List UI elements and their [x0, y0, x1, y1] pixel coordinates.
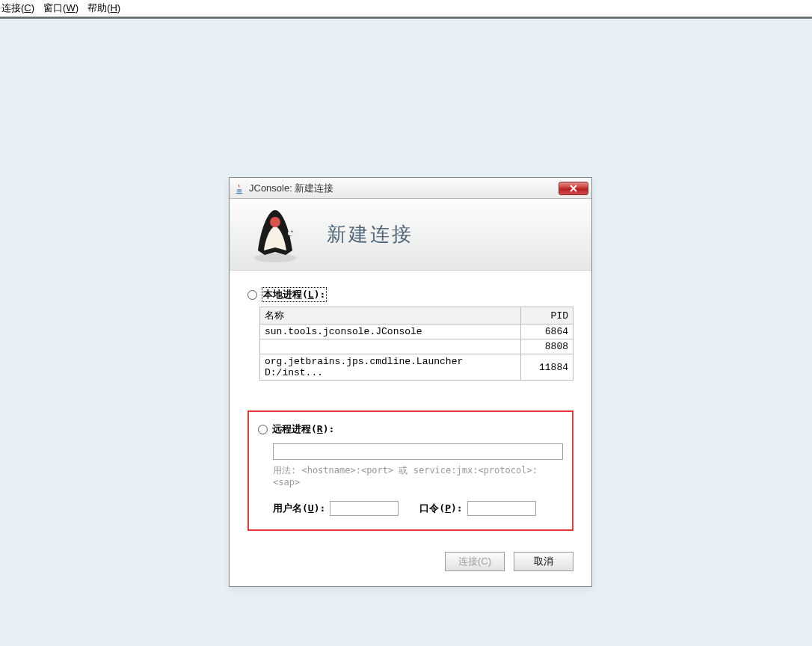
- cancel-button[interactable]: 取消: [514, 552, 573, 571]
- menu-help-label: 帮助: [87, 2, 107, 13]
- process-pid: 8808: [521, 339, 573, 354]
- process-name: [260, 339, 521, 354]
- remote-process-section: 远程进程(R): 用法: <hostname>:<port> 或 service…: [247, 410, 573, 531]
- close-icon: [569, 185, 578, 192]
- process-name: org.jetbrains.jps.cmdline.Launcher D:/in…: [260, 354, 521, 381]
- local-process-radio-row[interactable]: 本地进程(L):: [247, 287, 573, 302]
- remote-process-label: 远程进程(R):: [272, 422, 334, 436]
- menu-connect-mnemonic: C: [24, 2, 31, 13]
- menu-window[interactable]: 窗口(W): [43, 1, 79, 15]
- local-process-label: 本地进程(L):: [263, 289, 325, 300]
- menu-window-mnemonic: W: [66, 2, 75, 13]
- process-pid: 11884: [521, 354, 573, 381]
- svg-point-2: [288, 230, 294, 235]
- duke-icon: [246, 206, 304, 264]
- titlebar[interactable]: JConsole: 新建连接: [230, 178, 591, 199]
- workspace: JConsole: 新建连接 新建连接: [0, 17, 812, 646]
- remote-process-radio-row[interactable]: 远程进程(R):: [258, 422, 563, 436]
- close-button[interactable]: [559, 182, 588, 195]
- dialog-title: JConsole: 新建连接: [249, 182, 559, 195]
- menubar: 连接(C) 窗口(W) 帮助(H): [0, 0, 812, 17]
- username-label: 用户名(U):: [273, 502, 325, 515]
- menu-connect-label: 连接: [1, 2, 21, 13]
- menu-window-label: 窗口: [43, 2, 63, 13]
- java-icon: [234, 182, 244, 194]
- process-table[interactable]: 名称 PID sun.tools.jconsole.JConsole 6864 …: [259, 307, 573, 381]
- process-pid: 6864: [521, 324, 573, 339]
- password-label: 口令(P):: [419, 502, 462, 515]
- process-name: sun.tools.jconsole.JConsole: [260, 324, 521, 339]
- local-process-radio[interactable]: [247, 290, 257, 300]
- header-title: 新建连接: [327, 221, 413, 247]
- col-name[interactable]: 名称: [260, 307, 521, 324]
- menu-help[interactable]: 帮助(H): [87, 1, 120, 15]
- remote-process-radio[interactable]: [258, 425, 268, 434]
- password-input[interactable]: [467, 501, 536, 516]
- cancel-button-label: 取消: [534, 555, 553, 568]
- table-row[interactable]: sun.tools.jconsole.JConsole 6864: [260, 324, 573, 339]
- username-input[interactable]: [330, 501, 399, 516]
- menu-connect[interactable]: 连接(C): [1, 1, 34, 15]
- table-row[interactable]: org.jetbrains.jps.cmdline.Launcher D:/in…: [260, 354, 573, 381]
- svg-point-1: [270, 217, 280, 227]
- dialog-body: 本地进程(L): 名称 PID sun.tools.jconsole.JCons…: [230, 271, 591, 541]
- col-pid[interactable]: PID: [521, 307, 573, 324]
- connect-button-label: 连接(C): [458, 555, 491, 568]
- usage-hint: 用法: <hostname>:<port> 或 service:jmx:<pro…: [273, 464, 563, 487]
- svg-point-0: [254, 253, 296, 262]
- header-banner: 新建连接: [230, 199, 591, 271]
- remote-address-input[interactable]: [273, 443, 563, 460]
- button-row: 连接(C) 取消: [230, 541, 591, 586]
- menu-help-mnemonic: H: [110, 2, 117, 13]
- connect-button[interactable]: 连接(C): [445, 552, 505, 571]
- table-row[interactable]: 8808: [260, 339, 573, 354]
- new-connection-dialog: JConsole: 新建连接 新建连接: [229, 177, 592, 587]
- credentials-row: 用户名(U): 口令(P):: [273, 501, 563, 516]
